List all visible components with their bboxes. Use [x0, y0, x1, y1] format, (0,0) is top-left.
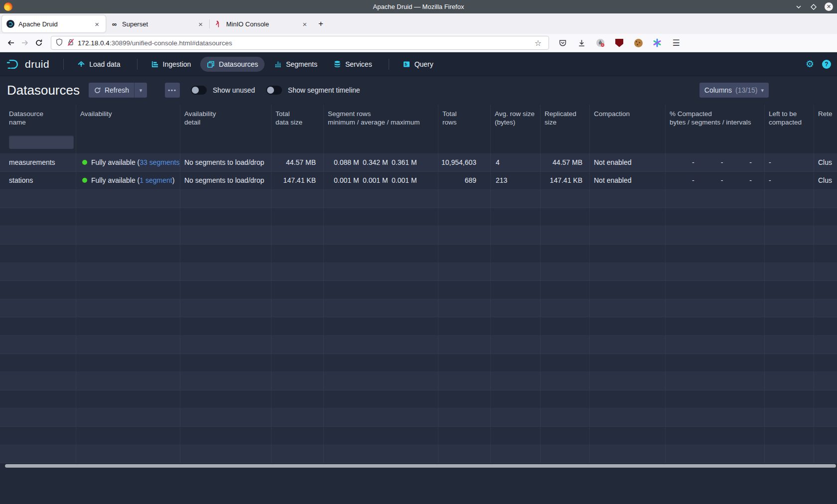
nav-item-datasources[interactable]: Datasources: [200, 57, 265, 72]
datasource-name-cell[interactable]: measurements: [0, 153, 76, 171]
table-empty-rows: [0, 190, 837, 463]
query-icon: [403, 60, 411, 68]
nav-item-query[interactable]: Query: [396, 57, 440, 72]
empty-table-row: [0, 445, 837, 464]
shield-icon[interactable]: [55, 38, 63, 48]
columns-label: Columns: [704, 86, 732, 94]
cookie-extension-icon[interactable]: [632, 36, 645, 49]
refresh-button[interactable]: Refresh: [89, 83, 134, 98]
column-header-avg-row-size[interactable]: Avg. row size(bytes): [491, 105, 541, 130]
column-header-total-data-size[interactable]: Totaldata size: [272, 105, 324, 130]
ingestion-icon: [151, 60, 159, 68]
refresh-label: Refresh: [105, 86, 129, 94]
ublock-origin-icon[interactable]: [613, 36, 626, 49]
empty-table-row: [0, 263, 837, 281]
bookmark-star-icon[interactable]: ☆: [532, 36, 545, 49]
forward-button[interactable]: [18, 36, 32, 50]
segment-rows-cell: 0.088 M0.342 M0.361 M: [324, 153, 438, 171]
datasources-table: Datasourcename Availability Availability…: [0, 105, 837, 504]
minio-favicon-icon: [214, 20, 222, 28]
druid-brand[interactable]: druid: [6, 58, 49, 71]
column-header-availability[interactable]: Availability: [76, 105, 180, 130]
tab-apache-druid[interactable]: Apache Druid ×: [2, 15, 106, 32]
empty-table-row: [0, 354, 837, 373]
nav-item-load-data[interactable]: Load data: [71, 57, 127, 72]
insecure-lock-icon[interactable]: [67, 38, 75, 48]
retention-cell[interactable]: Clus: [814, 172, 837, 190]
tab-minio-console[interactable]: MinIO Console ×: [210, 15, 313, 32]
window-minimize-button[interactable]: [795, 3, 803, 11]
empty-table-row: [0, 372, 837, 390]
datasource-name-cell[interactable]: stations: [0, 172, 76, 190]
filter-row: [0, 130, 837, 153]
druid-navbar: druid Load data Ingestion Datasources Se…: [0, 52, 837, 76]
empty-table-row: [0, 408, 837, 427]
show-segment-timeline-label: Show segment timeline: [288, 86, 360, 94]
back-button[interactable]: [4, 36, 18, 50]
availability-cell: Fully available (33 segments): [76, 153, 180, 171]
extension-disabled-icon[interactable]: [594, 36, 607, 49]
table-header-row: Datasourcename Availability Availability…: [0, 105, 837, 130]
column-header-segment-rows[interactable]: Segment rowsminimum / average / maximum: [324, 105, 438, 130]
horizontal-scrollbar[interactable]: [5, 464, 836, 468]
window-maximize-button[interactable]: [810, 3, 818, 11]
datasources-icon: [207, 60, 215, 68]
column-header-retention[interactable]: Rete: [814, 105, 837, 130]
tab-superset[interactable]: ∞ Superset ×: [106, 15, 209, 32]
total-rows-cell: 10,954,603: [438, 153, 491, 171]
more-actions-button[interactable]: •••: [165, 83, 180, 98]
tab-close-icon[interactable]: ×: [300, 19, 309, 29]
segments-link[interactable]: 1 segment: [140, 176, 172, 184]
compaction-cell[interactable]: Not enabled: [590, 172, 666, 190]
empty-table-row: [0, 226, 837, 245]
left-to-be-compacted-cell: -: [765, 153, 814, 171]
column-header-total-rows[interactable]: Totalrows: [438, 105, 491, 130]
column-header-datasource-name[interactable]: Datasourcename: [0, 105, 76, 130]
empty-table-row: [0, 281, 837, 299]
column-header-pct-compacted[interactable]: % Compactedbytes / segments / intervals: [666, 105, 765, 130]
reload-button[interactable]: [32, 36, 46, 50]
nav-item-label: Ingestion: [163, 60, 191, 68]
refresh-dropdown-button[interactable]: ▾: [134, 83, 147, 98]
retention-cell[interactable]: Clus: [814, 153, 837, 171]
chevron-down-icon: ▾: [140, 87, 142, 94]
show-unused-toggle[interactable]: [191, 86, 207, 95]
nav-item-services[interactable]: Services: [327, 57, 379, 72]
hamburger-menu-icon[interactable]: ☰: [670, 36, 683, 49]
empty-table-row: [0, 317, 837, 336]
refresh-icon: [94, 87, 101, 94]
table-row-stations[interactable]: stations Fully available (1 segment) No …: [0, 172, 837, 190]
column-header-replicated-size[interactable]: Replicatedsize: [541, 105, 590, 130]
column-header-compaction[interactable]: Compaction: [590, 105, 666, 130]
help-icon[interactable]: ?: [822, 60, 831, 69]
nav-item-segments[interactable]: Segments: [268, 57, 324, 72]
asterisk-extension-icon[interactable]: [651, 36, 664, 49]
compaction-cell[interactable]: Not enabled: [590, 153, 666, 171]
empty-table-row: [0, 336, 837, 354]
empty-table-row: [0, 427, 837, 445]
available-dot-icon: [82, 178, 87, 183]
toggle-knob: [267, 87, 274, 94]
nav-item-ingestion[interactable]: Ingestion: [144, 57, 198, 72]
column-header-availability-detail[interactable]: Availabilitydetail: [180, 105, 272, 130]
columns-button[interactable]: Columns (13/15) ▾: [699, 83, 769, 98]
show-segment-timeline-toggle[interactable]: [266, 86, 282, 95]
tab-close-icon[interactable]: ×: [93, 19, 101, 29]
settings-gear-icon[interactable]: ⚙: [806, 58, 814, 70]
download-icon[interactable]: [575, 36, 588, 49]
empty-table-row: [0, 208, 837, 227]
tab-close-icon[interactable]: ×: [196, 19, 205, 29]
nav-item-label: Segments: [286, 60, 317, 68]
datasource-name-filter-input[interactable]: [9, 135, 74, 149]
druid-console: druid Load data Ingestion Datasources Se…: [0, 52, 837, 504]
table-row-measurements[interactable]: measurements Fully available (33 segment…: [0, 153, 837, 172]
empty-table-row: [0, 190, 837, 208]
segments-link[interactable]: 33 segments: [140, 158, 179, 166]
new-tab-button[interactable]: +: [313, 16, 328, 31]
pocket-icon[interactable]: [556, 36, 569, 49]
column-header-left-to-be-compacted[interactable]: Left to becompacted: [765, 105, 814, 130]
chevron-down-icon: ▾: [761, 87, 764, 94]
availability-detail-cell: No segments to load/drop: [180, 172, 272, 190]
window-close-button[interactable]: ✕: [825, 2, 833, 11]
url-bar[interactable]: 172.18.0.4:30899/unified-console.html#da…: [51, 36, 549, 50]
